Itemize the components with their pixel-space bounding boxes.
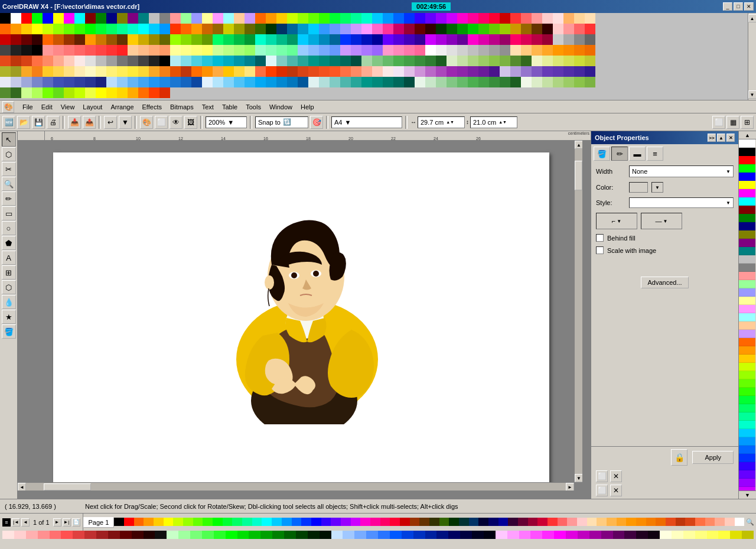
bottom-color-cell[interactable] [183, 518, 193, 526]
bottom-extra-color-cell[interactable] [402, 531, 413, 539]
color-cell[interactable] [489, 45, 500, 56]
bottom-extra-color-cell[interactable] [718, 531, 730, 539]
right-color-cell[interactable] [739, 280, 755, 288]
color-cell[interactable] [11, 66, 21, 77]
style-dropdown[interactable]: ▼ [629, 197, 734, 208]
bottom-color-cell[interactable] [508, 518, 518, 526]
menu-file[interactable]: File [19, 102, 37, 112]
color-cell[interactable] [457, 56, 468, 66]
color-cell[interactable] [478, 13, 489, 24]
bottom-extra-color-cell[interactable] [178, 531, 190, 539]
scroll-thumb-v[interactable] [575, 161, 582, 190]
color-cell[interactable] [181, 24, 191, 34]
color-cell[interactable] [32, 13, 43, 24]
bottom-extra-color-cell[interactable] [84, 531, 96, 539]
color-cell[interactable] [298, 66, 308, 77]
bottom-extra-color-cell[interactable] [390, 531, 402, 539]
color-cell[interactable] [287, 66, 298, 77]
bottom-extra-color-cell[interactable] [636, 531, 648, 539]
panel-up-btn[interactable]: ▲ [717, 134, 725, 142]
color-cell[interactable] [425, 13, 436, 24]
bottom-color-cell[interactable] [242, 518, 252, 526]
color-cell[interactable] [383, 13, 393, 24]
bottom-extra-color-cell[interactable] [249, 531, 260, 539]
bottom-color-cell[interactable] [666, 518, 676, 526]
color-cell[interactable] [53, 24, 64, 34]
color-cell[interactable] [383, 45, 393, 56]
color-cell[interactable] [234, 56, 245, 66]
color-cell[interactable] [500, 77, 510, 87]
color-cell[interactable] [542, 66, 553, 77]
color-cell[interactable] [372, 24, 383, 34]
bottom-extra-color-cell[interactable] [519, 531, 531, 539]
bottom-color-cell[interactable] [193, 518, 203, 526]
color-cell[interactable] [149, 77, 159, 87]
color-cell[interactable] [85, 24, 96, 34]
color-cell[interactable] [106, 87, 117, 98]
color-cell[interactable] [457, 77, 468, 87]
bottom-extra-color-cell[interactable] [448, 531, 460, 539]
bottom-color-cell[interactable] [272, 518, 282, 526]
tab-style1[interactable]: ▬ [629, 147, 646, 161]
color-cell[interactable] [85, 77, 96, 87]
color-cell[interactable] [361, 45, 372, 56]
color-cell[interactable] [96, 87, 106, 98]
bottom-color-cell[interactable] [705, 518, 715, 526]
right-color-cell[interactable] [739, 421, 755, 429]
color-cell[interactable] [404, 13, 415, 24]
right-color-cell[interactable] [739, 239, 755, 247]
right-color-cell[interactable] [739, 330, 755, 338]
color-cell[interactable] [202, 13, 213, 24]
color-cell[interactable] [330, 24, 340, 34]
color-cell[interactable] [500, 13, 510, 24]
color-cell[interactable] [563, 77, 574, 87]
color-cell[interactable] [32, 77, 43, 87]
color-cell[interactable] [128, 13, 138, 24]
color-cell[interactable] [574, 56, 585, 66]
color-cell[interactable] [521, 66, 532, 77]
bottom-extra-color-cell[interactable] [237, 531, 249, 539]
color-cell[interactable] [213, 13, 223, 24]
outline-none-btn[interactable]: ⬜ [596, 485, 608, 496]
color-cell[interactable] [478, 56, 489, 66]
color-cell[interactable] [383, 66, 393, 77]
color-cell[interactable] [0, 45, 11, 56]
color-cell[interactable] [276, 34, 287, 45]
bottom-extra-color-cell[interactable] [155, 531, 167, 539]
right-palette-scroll-down[interactable]: ▼ [739, 490, 756, 499]
bottom-color-cell[interactable] [587, 518, 597, 526]
bottom-color-cell[interactable] [695, 518, 705, 526]
color-cell[interactable] [436, 34, 447, 45]
outline-btn[interactable]: ⬜ [155, 116, 168, 129]
scroll-thumb-h[interactable] [44, 483, 91, 490]
color-cell[interactable] [106, 56, 117, 66]
scroll-up-btn[interactable]: ▲ [748, 14, 757, 22]
menu-arrange[interactable]: Arrange [107, 102, 137, 112]
color-cell[interactable] [117, 45, 128, 56]
color-cell[interactable] [53, 66, 64, 77]
color-cell[interactable] [0, 66, 11, 77]
color-cell[interactable] [574, 66, 585, 77]
color-cell[interactable] [585, 24, 595, 34]
color-cell[interactable] [106, 77, 117, 87]
fill-btn[interactable]: 🎨 [140, 116, 153, 129]
right-color-cell[interactable] [739, 305, 755, 313]
color-cell[interactable] [64, 66, 74, 77]
color-cell[interactable] [74, 56, 85, 66]
color-cell[interactable] [489, 77, 500, 87]
bottom-extra-color-cell[interactable] [413, 531, 425, 539]
color-cell[interactable] [457, 66, 468, 77]
width-input[interactable]: 29.7 cm ▲▼ [418, 116, 465, 128]
bottom-color-cell[interactable] [439, 518, 449, 526]
color-cell[interactable] [138, 77, 149, 87]
bottom-extra-color-cell[interactable] [484, 531, 496, 539]
right-color-cell[interactable] [739, 139, 755, 148]
color-cell[interactable] [85, 56, 96, 66]
color-cell[interactable] [43, 34, 53, 45]
color-cell[interactable] [159, 66, 170, 77]
right-color-cell[interactable] [739, 297, 755, 305]
color-cell[interactable] [64, 24, 74, 34]
bottom-color-cell[interactable] [262, 518, 272, 526]
zoom-dropdown[interactable]: 200% ▼ [206, 116, 247, 128]
color-cell[interactable] [223, 13, 234, 24]
